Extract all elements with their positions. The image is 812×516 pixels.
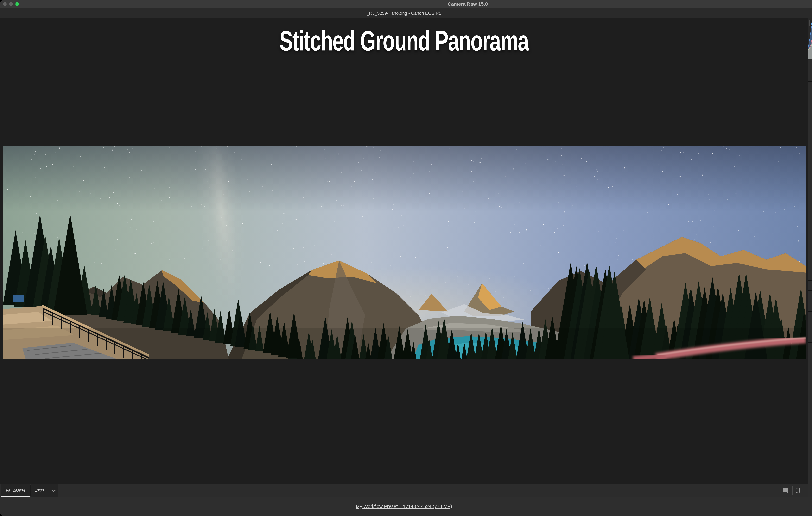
slider-auto-shadows[interactable]: Auto Shadows+60 [808, 175, 812, 186]
preview-mode-icon[interactable] [782, 487, 789, 494]
collapsed-sections: OpticsDetailCalibrationCurveColor MixerC… [808, 270, 812, 353]
zoombar-divider [792, 486, 792, 495]
sections-bottom-border [808, 353, 812, 353]
zoom-fit-tab[interactable]: Fit (28.8%) [1, 484, 30, 497]
section-effects[interactable]: Effects [808, 342, 812, 353]
workflow-preset-link[interactable]: My Workflow Preset – 17148 x 4524 (77.6M… [0, 497, 808, 516]
slider-texture[interactable]: Texture0 [808, 212, 812, 222]
section-color-grading[interactable]: Color Grading [808, 322, 812, 332]
slider-auto-exposure[interactable]: Auto Exposure+0.20 [808, 145, 812, 155]
slider-tint[interactable]: Tint+5 [808, 129, 812, 139]
exif-info: ISO 1600 15-35@15.0 mm f/2.8 118.00s [808, 60, 812, 69]
camera-raw-window: Camera Raw 15.0 _R5_5259-Pano.dng - Cano… [0, 0, 812, 516]
section-curve[interactable]: Curve [808, 301, 812, 311]
slider-group-divider [808, 243, 812, 248]
file-info-bar: _R5_5259-Pano.dng - Canon EOS R5 [0, 8, 812, 19]
basic-sliders: Temperature4800Tint+5Auto Exposure+0.20A… [808, 118, 812, 269]
section-color-mixer[interactable]: Color Mixer [808, 311, 812, 322]
slider-group-divider [808, 139, 812, 145]
annotation-title: Stitched Ground Panorama [113, 25, 695, 57]
slider-temperature[interactable]: Temperature4800 [808, 118, 812, 129]
shadow-clipping-indicator[interactable] [809, 20, 812, 26]
slider-dehaze[interactable]: Dehaze+20 [808, 232, 812, 243]
slider-auto-highlights[interactable]: Auto Highlights-32 [808, 165, 812, 175]
section-optics[interactable]: Optics [808, 270, 812, 280]
footer-bar: My Workflow Preset – 17148 x 4524 (77.6M… [0, 496, 812, 516]
section-geometry[interactable]: Geometry [808, 332, 812, 342]
zoom-level-dropdown[interactable] [49, 484, 58, 497]
edit-header: Edit Auto B&W HDR [808, 69, 812, 82]
basic-section-header[interactable]: Basic [808, 95, 812, 107]
section-detail[interactable]: Detail [808, 280, 812, 291]
panorama-image[interactable] [3, 146, 806, 359]
zoom-bar: Fit (28.8%) 100% [0, 484, 808, 497]
window-titlebar: Camera Raw 15.0 [0, 0, 812, 8]
histogram[interactable] [808, 19, 812, 60]
section-calibration[interactable]: Calibration [808, 291, 812, 301]
slider-auto-blacks[interactable]: Auto Blacks0 [808, 196, 812, 206]
slider-auto-saturation[interactable]: Auto Saturation0 [808, 259, 812, 269]
window-title: Camera Raw 15.0 [0, 0, 812, 8]
before-after-view-icon[interactable] [794, 487, 802, 494]
slider-auto-contrast[interactable]: Auto Contrast-11 [808, 155, 812, 165]
profile-row: Profile Adobe Landscape [808, 82, 812, 95]
slider-group-divider [808, 206, 812, 212]
file-info: _R5_5259-Pano.dng - Canon EOS R5 [0, 8, 808, 19]
edit-panel: ISO 1600 15-35@15.0 mm f/2.8 118.00s Edi… [808, 19, 812, 496]
slider-clarity[interactable]: Clarity+20 [808, 222, 812, 232]
slider-auto-whites[interactable]: Auto Whites0 [808, 186, 812, 196]
slider-auto-vibrance[interactable]: Auto Vibrance+25 [808, 248, 812, 259]
white-balance-row: White balance Custom [808, 107, 812, 118]
zoom-100-tab[interactable]: 100% [31, 484, 49, 497]
image-canvas[interactable]: Stitched Ground Panorama Fit (28.8%) 100… [0, 19, 808, 496]
